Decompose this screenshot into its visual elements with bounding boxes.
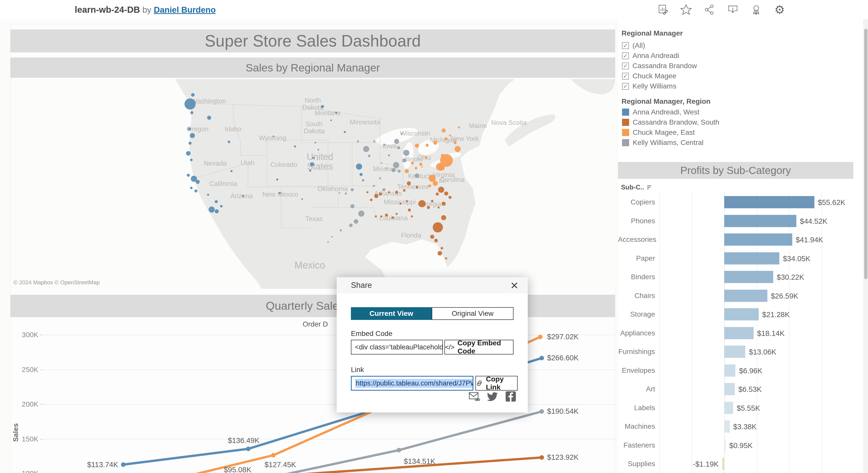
- data-point[interactable]: [538, 335, 542, 339]
- map-dot[interactable]: [411, 161, 414, 165]
- map-dot[interactable]: [379, 193, 382, 196]
- map-dot[interactable]: [368, 155, 370, 157]
- map-dot[interactable]: [345, 193, 347, 195]
- map-dot[interactable]: [441, 154, 444, 157]
- map-dot[interactable]: [438, 251, 442, 256]
- filter-item-kelly-williams[interactable]: ✓Kelly Williams: [622, 82, 676, 90]
- checkbox-icon[interactable]: ✓: [622, 52, 629, 59]
- map-dot[interactable]: [402, 158, 406, 162]
- page-scrollbar-thumb[interactable]: [864, 29, 867, 279]
- map-dot[interactable]: [418, 200, 426, 207]
- map-dot[interactable]: [444, 191, 448, 196]
- map-dot[interactable]: [394, 139, 399, 144]
- copy-embed-code-button[interactable]: </> Copy Embed Code: [444, 340, 514, 354]
- map-dot[interactable]: [381, 162, 382, 164]
- map-dot[interactable]: [190, 111, 193, 114]
- map-dot[interactable]: [362, 179, 364, 181]
- map-dot[interactable]: [438, 187, 444, 193]
- map-dot[interactable]: [351, 188, 354, 191]
- map-dot[interactable]: [187, 174, 190, 177]
- checkbox-icon[interactable]: ✓: [622, 63, 629, 69]
- map-dot[interactable]: [312, 157, 314, 159]
- download-icon[interactable]: [727, 4, 739, 16]
- map-dot[interactable]: [330, 120, 332, 121]
- map-dot[interactable]: [321, 105, 324, 108]
- map-dot[interactable]: [327, 241, 329, 243]
- map-dot[interactable]: [397, 146, 400, 149]
- data-point[interactable]: [246, 447, 251, 451]
- map-dot[interactable]: [196, 180, 200, 184]
- map-dot[interactable]: [441, 215, 446, 220]
- map-dot[interactable]: [318, 149, 319, 151]
- map-dot[interactable]: [358, 211, 364, 217]
- map-dot[interactable]: [273, 136, 274, 137]
- profit-bar-envelopes[interactable]: [724, 364, 735, 377]
- map-dot[interactable]: [370, 199, 373, 201]
- map-dot[interactable]: [375, 215, 377, 217]
- map-dot[interactable]: [393, 162, 399, 168]
- map-dot[interactable]: [445, 257, 447, 259]
- map-dot[interactable]: [426, 144, 429, 147]
- map-dot[interactable]: [416, 186, 418, 188]
- map-dot[interactable]: [385, 214, 388, 217]
- map-dot[interactable]: [386, 167, 387, 169]
- facebook-icon[interactable]: [505, 391, 517, 402]
- profit-bar-machines[interactable]: [724, 420, 730, 433]
- map-dot[interactable]: [458, 126, 460, 128]
- profit-bar-supplies[interactable]: [722, 458, 724, 470]
- map-dot[interactable]: [356, 164, 362, 170]
- map-dot[interactable]: [428, 184, 431, 187]
- map-dot[interactable]: [433, 222, 443, 232]
- profit-bar-labels[interactable]: [724, 402, 733, 414]
- map-dot[interactable]: [294, 145, 296, 147]
- map-dot[interactable]: [380, 215, 382, 217]
- map-dot[interactable]: [438, 206, 440, 209]
- map-dot[interactable]: [403, 189, 406, 192]
- favorite-star-icon[interactable]: [680, 4, 692, 16]
- map-dot[interactable]: [405, 169, 409, 173]
- map-dot[interactable]: [407, 181, 411, 185]
- map-dot[interactable]: [344, 131, 346, 133]
- map-dot[interactable]: [190, 133, 195, 138]
- filter-item--all-[interactable]: ✓(All): [622, 41, 645, 50]
- map-dot[interactable]: [415, 167, 417, 169]
- map-dot[interactable]: [431, 200, 433, 202]
- map-dot[interactable]: [207, 194, 209, 196]
- filter-item-anna-andreadi[interactable]: ✓Anna Andreadi: [622, 52, 679, 60]
- map-dot[interactable]: [441, 247, 443, 249]
- map-dot[interactable]: [445, 137, 448, 140]
- map-dot[interactable]: [373, 185, 375, 187]
- accolades-icon[interactable]: [750, 4, 762, 16]
- profits-bar-chart[interactable]: Copiers$55.62KPhones$44.52KAccessories$4…: [618, 192, 861, 473]
- profit-bar-appliances[interactable]: [724, 327, 754, 339]
- map-dot[interactable]: [442, 128, 446, 132]
- map-dot[interactable]: [242, 195, 244, 197]
- checkbox-icon[interactable]: ✓: [622, 83, 629, 90]
- map-dot[interactable]: [279, 192, 281, 194]
- page-scrollbar-track[interactable]: [863, 19, 868, 473]
- link-input[interactable]: https://public.tableau.com/shared/J7PW: [351, 376, 473, 391]
- map-dot[interactable]: [406, 200, 408, 202]
- map-dot[interactable]: [209, 206, 215, 213]
- map-dot[interactable]: [408, 209, 411, 212]
- map-dot[interactable]: [383, 144, 385, 146]
- map-dot[interactable]: [442, 202, 446, 206]
- map-dot[interactable]: [184, 98, 196, 110]
- copy-link-button[interactable]: Copy Link: [475, 376, 518, 391]
- map-dot[interactable]: [315, 142, 316, 143]
- map-dot[interactable]: [335, 112, 337, 114]
- map-dot[interactable]: [430, 235, 434, 239]
- map-dot[interactable]: [454, 141, 457, 144]
- map-dot[interactable]: [379, 177, 381, 179]
- data-point[interactable]: [397, 448, 401, 452]
- subcategory-column-header[interactable]: Sub-C..: [621, 183, 652, 191]
- profit-bar-furnishings[interactable]: [724, 346, 745, 358]
- map-dot[interactable]: [310, 162, 314, 166]
- map-dot[interactable]: [434, 239, 438, 242]
- data-point[interactable]: [539, 409, 544, 414]
- data-point[interactable]: [121, 462, 126, 467]
- map-dot[interactable]: [366, 191, 368, 193]
- map-dot[interactable]: [421, 166, 423, 168]
- profit-bar-phones[interactable]: [724, 215, 796, 227]
- map-dot[interactable]: [433, 181, 438, 186]
